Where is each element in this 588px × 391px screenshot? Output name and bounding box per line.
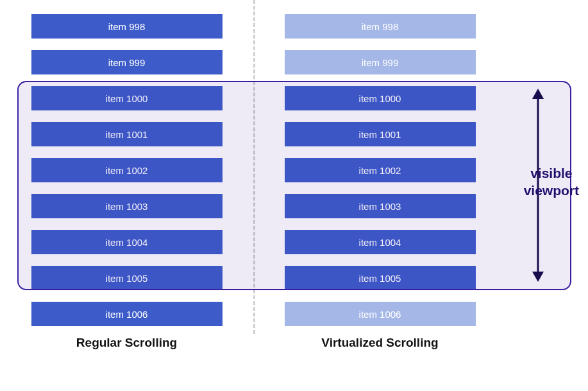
list-item: item 999 (31, 50, 223, 74)
list-item: item 1003 (285, 194, 476, 218)
svg-marker-1 (532, 89, 544, 99)
list-item: item 1004 (285, 230, 476, 254)
viewport-label-line: viewport (524, 182, 579, 199)
regular-scrolling-column: item 998 item 999 item 1000 item 1001 it… (0, 14, 253, 350)
list-item: item 1005 (285, 266, 476, 290)
visible-viewport-label: visible viewport (524, 164, 579, 200)
diagram-container: item 998 item 999 item 1000 item 1001 it… (0, 0, 588, 391)
list-item: item 1001 (31, 122, 223, 146)
columns-wrapper: item 998 item 999 item 1000 item 1001 it… (0, 0, 588, 350)
list-item-faded: item 1006 (285, 302, 476, 326)
list-item: item 1000 (285, 86, 476, 110)
list-item: item 1006 (31, 302, 223, 326)
virtualized-scrolling-caption: Virtualized Scrolling (321, 336, 438, 350)
virtualized-scrolling-column: item 998 item 999 item 1000 item 1001 it… (253, 14, 507, 350)
list-item: item 1001 (285, 122, 476, 146)
list-item: item 1000 (31, 86, 223, 110)
viewport-label-line: visible (524, 164, 579, 182)
svg-marker-2 (532, 272, 544, 282)
list-item: item 1004 (31, 230, 223, 254)
list-item: item 1003 (31, 194, 223, 218)
list-item-faded: item 999 (285, 50, 476, 74)
list-item: item 998 (31, 14, 223, 39)
list-item: item 1002 (285, 158, 476, 182)
regular-scrolling-caption: Regular Scrolling (76, 336, 177, 350)
list-item: item 1002 (31, 158, 223, 182)
list-item-faded: item 998 (285, 14, 476, 39)
list-item: item 1005 (31, 266, 223, 290)
